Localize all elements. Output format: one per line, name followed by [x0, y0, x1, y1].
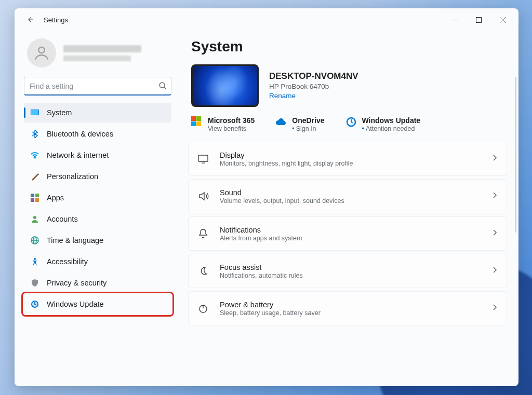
maximize-icon — [476, 17, 482, 23]
device-model: HP ProBook 6470b — [269, 83, 358, 90]
globe-icon — [30, 236, 39, 245]
card-subtitle: Volume levels, output, input, sound devi… — [220, 197, 491, 205]
status-row: Microsoft 365View benefits OneDrive•Sign… — [188, 115, 509, 142]
search-icon — [158, 81, 167, 92]
svg-rect-9 — [35, 198, 39, 202]
settings-window: Settings Syste — [15, 8, 518, 386]
sidebar-item-label: Bluetooth & devices — [47, 130, 113, 138]
sidebar-item-label: Accounts — [47, 215, 78, 223]
profile-text — [63, 45, 141, 61]
sidebar-item-system[interactable]: System — [24, 103, 171, 122]
microsoft-logo-icon — [191, 116, 203, 128]
back-button[interactable] — [23, 12, 37, 27]
card-sound[interactable]: SoundVolume levels, output, input, sound… — [188, 179, 507, 213]
card-title: Notifications — [220, 226, 491, 234]
arrow-left-icon — [26, 16, 34, 24]
sidebar-item-personalization[interactable]: Personalization — [24, 167, 171, 186]
sidebar-item-bluetooth[interactable]: Bluetooth & devices — [24, 124, 171, 144]
sidebar-item-label: Apps — [47, 194, 64, 202]
chevron-right-icon — [491, 304, 498, 313]
sidebar-item-windows-update[interactable]: Windows Update — [24, 294, 171, 314]
bluetooth-icon — [30, 129, 39, 139]
svg-point-5 — [34, 157, 36, 158]
sidebar-item-accessibility[interactable]: Accessibility — [24, 252, 171, 271]
window-title: Settings — [44, 16, 68, 24]
sidebar-item-label: Privacy & security — [47, 279, 107, 287]
update-status-icon — [345, 116, 357, 128]
titlebar: Settings — [15, 8, 518, 31]
update-icon — [30, 299, 39, 309]
sidebar-item-time-language[interactable]: Time & language — [24, 230, 171, 250]
search-input[interactable] — [24, 77, 171, 96]
profile-block[interactable] — [24, 36, 171, 75]
svg-point-1 — [38, 47, 44, 53]
search-box — [24, 77, 171, 96]
card-subtitle: Alerts from apps and system — [220, 235, 491, 242]
person-icon — [33, 44, 50, 62]
card-title: Focus assist — [220, 263, 491, 271]
card-title: Power & battery — [220, 301, 491, 309]
rename-link[interactable]: Rename — [269, 92, 296, 100]
minimize-button[interactable] — [443, 11, 467, 28]
settings-cards: DisplayMonitors, brightness, night light… — [188, 142, 509, 331]
wifi-icon — [30, 151, 39, 160]
card-subtitle: Monitors, brightness, night light, displ… — [220, 160, 491, 167]
card-power-battery[interactable]: Power & batterySleep, battery usage, bat… — [188, 291, 507, 325]
apps-icon — [30, 193, 39, 202]
svg-rect-16 — [198, 155, 208, 161]
sidebar-item-label: Windows Update — [47, 300, 104, 308]
sidebar-item-label: Accessibility — [47, 257, 88, 266]
svg-point-10 — [33, 216, 36, 219]
status-subtitle: •Sign In — [292, 125, 324, 132]
svg-rect-0 — [476, 17, 481, 22]
cloud-icon — [275, 116, 287, 128]
device-summary: DESKTOP-NVOM4NV HP ProBook 6470b Rename — [188, 63, 509, 115]
close-icon — [500, 17, 506, 23]
svg-rect-7 — [35, 194, 39, 197]
sidebar-item-label: System — [47, 108, 72, 117]
brush-icon — [30, 172, 39, 181]
svg-point-13 — [34, 258, 36, 260]
status-title: Windows Update — [362, 116, 421, 125]
status-subtitle: View benefits — [208, 125, 255, 132]
card-display[interactable]: DisplayMonitors, brightness, night light… — [188, 142, 507, 176]
card-notifications[interactable]: NotificationsAlerts from apps and system — [188, 216, 507, 251]
sound-icon — [197, 190, 209, 202]
card-focus-assist[interactable]: Focus assistNotifications, automatic rul… — [188, 254, 507, 288]
bell-icon — [197, 227, 209, 240]
close-button[interactable] — [490, 11, 514, 28]
accessibility-icon — [30, 257, 39, 266]
maximize-button[interactable] — [467, 11, 490, 28]
minimize-icon — [452, 17, 458, 23]
account-icon — [30, 214, 39, 224]
svg-rect-8 — [31, 198, 34, 202]
status-microsoft-365[interactable]: Microsoft 365View benefits — [191, 116, 255, 132]
sidebar-item-label: Personalization — [47, 172, 98, 181]
status-windows-update[interactable]: Windows Update•Attention needed — [345, 116, 421, 132]
card-subtitle: Sleep, battery usage, battery saver — [220, 309, 491, 317]
chevron-right-icon — [491, 192, 498, 201]
status-title: Microsoft 365 — [208, 116, 255, 125]
page-title: System — [188, 35, 509, 63]
status-onedrive[interactable]: OneDrive•Sign In — [275, 116, 324, 132]
card-subtitle: Notifications, automatic rules — [220, 272, 491, 279]
main-content: System DESKTOP-NVOM4NV HP ProBook 6470b … — [181, 31, 518, 386]
chevron-right-icon — [491, 154, 498, 164]
svg-rect-4 — [31, 110, 38, 115]
status-subtitle: •Attention needed — [362, 125, 421, 132]
scrollbar[interactable] — [515, 77, 516, 233]
svg-point-2 — [159, 83, 165, 88]
sidebar-item-apps[interactable]: Apps — [24, 188, 171, 208]
sidebar-item-label: Time & language — [47, 236, 103, 244]
shield-icon — [30, 278, 39, 288]
sidebar-item-network[interactable]: Network & internet — [24, 145, 171, 165]
sidebar-item-privacy[interactable]: Privacy & security — [24, 273, 171, 293]
nav-list: System Bluetooth & devices Network & int… — [24, 103, 171, 314]
status-title: OneDrive — [292, 116, 324, 125]
chevron-right-icon — [491, 266, 498, 276]
system-icon — [30, 108, 39, 117]
sidebar-item-accounts[interactable]: Accounts — [24, 209, 171, 229]
card-title: Sound — [220, 188, 491, 197]
svg-rect-6 — [31, 194, 34, 197]
sidebar: System Bluetooth & devices Network & int… — [15, 31, 181, 386]
